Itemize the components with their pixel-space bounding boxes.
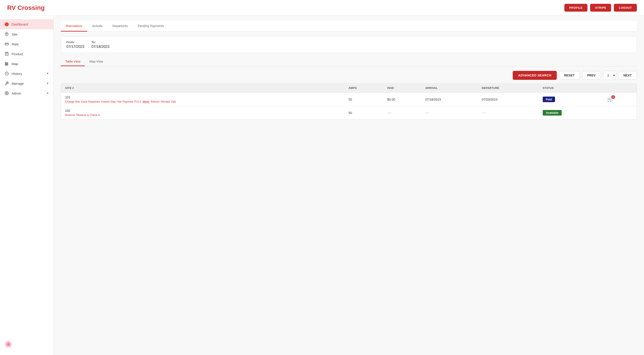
- svg-rect-2: [5, 62, 6, 65]
- header-actions: PROFILE STRIPE LOGOUT: [564, 4, 637, 12]
- action-reserve[interactable]: Reserve: [65, 114, 75, 117]
- header: RV Crossing PROFILE STRIPE LOGOUT: [0, 0, 644, 16]
- table: SITE # AMPS PAID ARRIVAL DEPARTURE STATU…: [61, 84, 636, 120]
- sidebar-item-history[interactable]: History ▼: [0, 69, 54, 78]
- logout-button[interactable]: LOGOUT: [614, 4, 637, 12]
- date-to: To: 07/18/2023: [92, 40, 109, 49]
- action-refund[interactable]: Refund: [151, 100, 160, 103]
- cell-arrival: ----: [421, 106, 478, 120]
- svg-point-0: [6, 33, 8, 34]
- map-icon: [4, 62, 9, 66]
- tab-pending-payments[interactable]: Pending Payments: [133, 21, 169, 32]
- status-badge-paid: Paid: [543, 96, 555, 102]
- sidebar-item-dashboard[interactable]: 🔴 Dashboard: [0, 19, 54, 29]
- reset-button[interactable]: RESET: [559, 71, 580, 80]
- sidebar-item-product[interactable]: Product: [0, 49, 54, 59]
- product-icon: [4, 52, 9, 56]
- action-extend-stay[interactable]: Extend Stay: [101, 100, 116, 103]
- tab-arrivals[interactable]: Arrivals: [87, 21, 108, 32]
- action-early-departure[interactable]: Early Departure: [81, 100, 100, 103]
- table-row: 102 Reserve Reserve & Check in 50 ---- -…: [61, 106, 636, 120]
- sidebar-item-label: Map: [12, 62, 18, 66]
- app-logo: RV Crossing: [7, 4, 45, 12]
- tab-departures[interactable]: Departures: [108, 21, 133, 32]
- departure-dash: ----: [482, 111, 486, 115]
- tab-map-view[interactable]: Map View: [85, 58, 107, 66]
- prev-button[interactable]: PREV: [582, 71, 601, 80]
- paid-dash: ----: [387, 111, 392, 115]
- sidebar-item-admin[interactable]: Admin ▼: [0, 88, 54, 98]
- sidebar-item-label: Site: [12, 32, 18, 36]
- history-icon: [4, 72, 9, 76]
- col-actions-header: [603, 84, 636, 93]
- status-badge-available: Available: [543, 110, 562, 116]
- site-number: 102: [65, 109, 340, 112]
- sidebar-item-label: Product: [12, 52, 23, 56]
- sidebar-item-label: Dashboard: [12, 22, 28, 26]
- tab-table-view[interactable]: Table View: [61, 58, 85, 66]
- action-edit[interactable]: Edit: [171, 100, 176, 103]
- main-content: Rservations Arrivals Departures Pending …: [54, 16, 644, 355]
- layout: 🔴 Dashboard Site Rate Product Map: [0, 16, 644, 355]
- action-reserve-checkin[interactable]: Reserve & Check in: [76, 114, 100, 117]
- stripe-button[interactable]: STRIPE: [590, 4, 611, 12]
- table-row: 101 Change Site Early Departure Extend S…: [61, 93, 636, 106]
- to-value: 07/18/2023: [92, 45, 109, 48]
- cell-departure: ----: [478, 106, 539, 120]
- sidebar-item-label: Admin: [12, 92, 21, 95]
- sidebar-item-map[interactable]: Map: [0, 59, 54, 69]
- action-site-payment[interactable]: Site Payment: [117, 100, 133, 103]
- site-number: 101: [65, 96, 340, 99]
- from-value: 07/17/2023: [66, 45, 84, 48]
- flower-icon: 🌸: [4, 341, 12, 348]
- col-departure: DEPARTURE: [478, 84, 539, 93]
- manage-icon: [4, 81, 9, 86]
- cell-arrival: 07/18/2023: [421, 93, 478, 106]
- sidebar-item-manage[interactable]: Manage ▼: [0, 78, 54, 88]
- cell-site: 102 Reserve Reserve & Check in: [61, 106, 344, 120]
- toolbar: ADVANCED SEARCH RESET PREV 1 NEXT: [61, 71, 637, 80]
- svg-point-6: [6, 93, 8, 94]
- tab-reservations[interactable]: Rservations: [61, 21, 87, 32]
- cell-status: Available: [539, 106, 603, 120]
- site-icon: [4, 32, 9, 36]
- action-pos[interactable]: P.O.S: [134, 100, 141, 103]
- cell-departure: 07/20/2023: [478, 93, 539, 106]
- cell-paid: ----: [383, 106, 421, 120]
- svg-rect-3: [6, 63, 7, 65]
- cart-badge: 2: [611, 95, 615, 99]
- row-actions: Reserve Reserve & Check in: [65, 114, 340, 117]
- chevron-down-icon: ▼: [46, 72, 49, 75]
- view-tabs: Table View Map View: [61, 58, 637, 66]
- admin-icon: [4, 91, 9, 95]
- cell-amps: 50: [344, 106, 383, 120]
- action-change-site[interactable]: Change Site: [65, 100, 80, 103]
- cell-amps: 50: [344, 93, 383, 106]
- page-select[interactable]: 1: [603, 71, 616, 80]
- sidebar-item-label: Manage: [12, 82, 24, 86]
- action-receipt[interactable]: Receipt: [161, 100, 170, 103]
- col-arrival: ARRIVAL: [421, 84, 478, 93]
- sidebar-item-site[interactable]: Site: [0, 29, 54, 39]
- sidebar-bottom: 🌸: [0, 337, 54, 352]
- profile-button[interactable]: PROFILE: [564, 4, 588, 12]
- cell-status: Paid: [539, 93, 603, 106]
- cell-cart: 🛒 2: [603, 93, 636, 106]
- main-tabs: Rservations Arrivals Departures Pending …: [61, 21, 637, 32]
- next-button[interactable]: NEXT: [618, 71, 637, 80]
- cell-paid: $0.00: [383, 93, 421, 106]
- cell-site: 101 Change Site Early Departure Extend S…: [61, 93, 344, 106]
- svg-rect-1: [5, 43, 8, 45]
- sidebar-item-label: History: [12, 72, 22, 76]
- action-meter[interactable]: Meter: [143, 100, 150, 103]
- svg-rect-4: [7, 62, 8, 65]
- dashboard-icon: 🔴: [4, 22, 9, 26]
- sidebar-item-rate[interactable]: Rate: [0, 39, 54, 49]
- date-range-card: From: 07/17/2023 To: 07/18/2023: [61, 36, 637, 53]
- reservations-table: SITE # AMPS PAID ARRIVAL DEPARTURE STATU…: [61, 84, 637, 120]
- chevron-down-icon: ▼: [46, 82, 49, 85]
- advanced-search-button[interactable]: ADVANCED SEARCH: [513, 71, 557, 80]
- sidebar: 🔴 Dashboard Site Rate Product Map: [0, 16, 54, 355]
- to-label: To:: [92, 40, 109, 44]
- cart-icon-wrapper[interactable]: 🛒 2: [607, 96, 613, 102]
